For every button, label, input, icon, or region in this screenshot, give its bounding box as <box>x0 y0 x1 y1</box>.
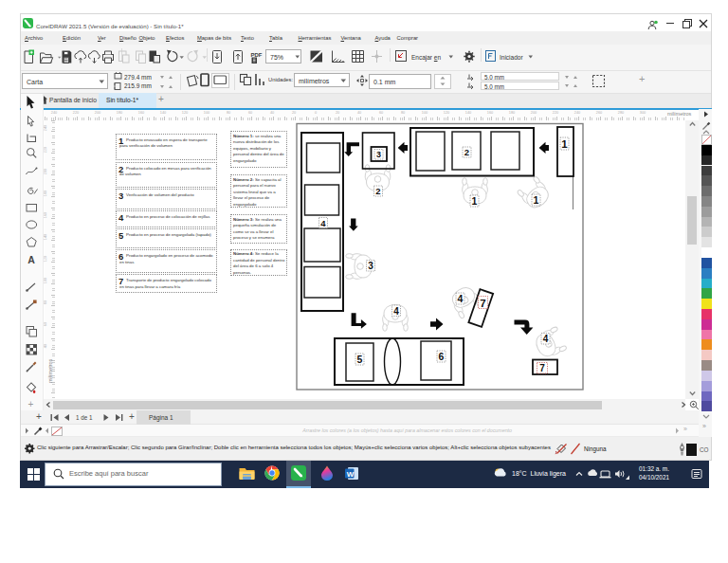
svg-text:1: 1 <box>472 195 478 207</box>
svg-text:4: 4 <box>393 306 399 317</box>
svg-text:3: 3 <box>368 261 373 271</box>
svg-text:4: 4 <box>458 293 464 304</box>
svg-text:7: 7 <box>539 363 545 373</box>
svg-text:A: A <box>27 254 35 265</box>
svg-text:W: W <box>347 470 355 479</box>
svg-text:7: 7 <box>480 298 485 309</box>
svg-text:4: 4 <box>320 218 326 228</box>
svg-text:+: + <box>28 399 34 409</box>
svg-text:1: 1 <box>561 138 568 150</box>
svg-text:5: 5 <box>357 354 363 365</box>
svg-text:1: 1 <box>534 194 539 206</box>
svg-text:2: 2 <box>464 147 469 157</box>
svg-text:2: 2 <box>375 186 380 196</box>
svg-text:6: 6 <box>439 351 445 362</box>
svg-text:4: 4 <box>543 334 549 344</box>
svg-text:3: 3 <box>376 150 381 159</box>
